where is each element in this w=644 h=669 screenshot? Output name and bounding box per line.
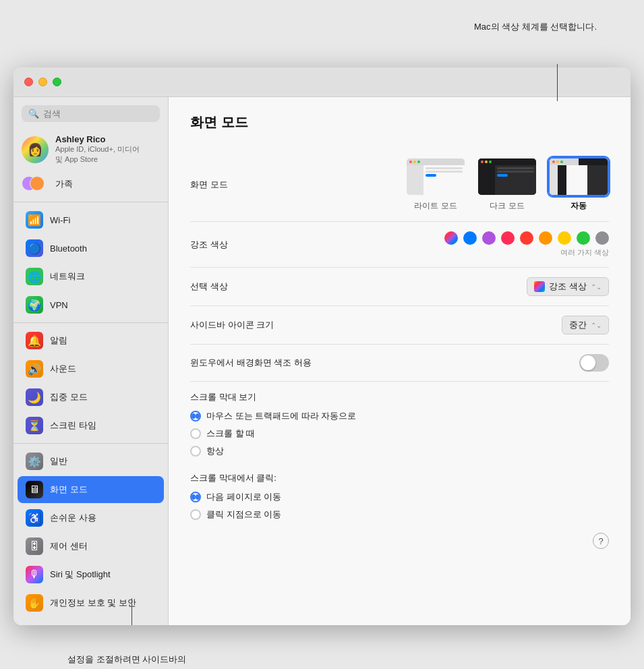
sidebar-item-bluetooth[interactable]: 🔵 Bluetooth <box>18 235 164 262</box>
accent-color-label: 강조 색상 <box>190 239 228 251</box>
chevron-down-icon-2: ⌃⌄ <box>591 322 602 329</box>
control-icon: 🎛 <box>26 537 43 555</box>
appearance-cards: 라이트 모드 <box>405 157 609 212</box>
auto-mode-label: 자동 <box>570 200 587 212</box>
settings-window: 🔍 👩 Ashley Rico Apple ID, iCloud+, 미디어및 … <box>13 67 631 625</box>
sidebar-label-bluetooth: Bluetooth <box>50 243 87 254</box>
light-mode-card <box>405 157 466 196</box>
sidebar-label-sound: 사운드 <box>50 363 76 375</box>
bluetooth-icon: 🔵 <box>26 239 43 257</box>
scrollbar-click-spot-option[interactable]: 클릭 지점으로 이동 <box>190 508 281 521</box>
user-sub: Apple ID, iCloud+, 미디어및 App Store <box>55 144 140 165</box>
annotation-bottom-line <box>131 598 132 625</box>
scrollbar-auto-option[interactable]: 마우스 또는 트랙패드에 따라 자동으로 <box>190 410 356 422</box>
search-bar[interactable]: 🔍 <box>22 105 160 122</box>
help-button[interactable]: ? <box>593 533 609 549</box>
fullscreen-button[interactable] <box>53 78 61 86</box>
accent-purple[interactable] <box>482 231 496 245</box>
sidebar-user[interactable]: 👩 Ashley Rico Apple ID, iCloud+, 미디어및 Ap… <box>13 129 168 170</box>
accent-yellow[interactable] <box>558 231 571 245</box>
auto-mode-card <box>548 157 609 196</box>
sidebar-item-screentime[interactable]: ⏳ 스크린 타임 <box>18 412 164 439</box>
scrollbar-click-spot-label: 클릭 지점으로 이동 <box>206 508 281 521</box>
sidebar-label-siri: Siri 및 Spotlight <box>50 569 111 581</box>
dark-mode-label: 다크 모드 <box>490 200 524 212</box>
sidebar-label-display: 화면 모드 <box>50 484 88 496</box>
scrollbar-always-option[interactable]: 항상 <box>190 445 224 457</box>
general-icon: ⚙️ <box>26 453 43 470</box>
minimize-button[interactable] <box>38 78 47 86</box>
selection-color-label: 선택 색상 <box>190 281 228 293</box>
traffic-lights <box>24 78 61 86</box>
wallpaper-tint-row: 윈도우에서 배경화면 색조 허용 <box>190 345 609 382</box>
scrollbar-always-radio[interactable] <box>190 446 201 457</box>
user-name: Ashley Rico <box>55 134 140 144</box>
sidebar-item-alarm[interactable]: 🔔 알림 <box>18 327 164 354</box>
color-dots <box>444 231 609 245</box>
scrollbar-scroll-option[interactable]: 스크롤 할 때 <box>190 428 255 440</box>
accent-graphite[interactable] <box>595 231 609 245</box>
sidebar-divider-1 <box>13 202 168 202</box>
alarm-icon: 🔔 <box>26 332 43 349</box>
sidebar-label-wifi: Wi-Fi <box>50 215 70 225</box>
screentime-icon: ⏳ <box>26 417 43 434</box>
sidebar-item-network[interactable]: 🌐 네트워크 <box>18 263 164 290</box>
sidebar-item-general[interactable]: ⚙️ 일반 <box>18 448 164 475</box>
selection-color-dropdown[interactable]: 강조 색상 ⌃⌄ <box>527 277 609 296</box>
sidebar-divider-2 <box>13 322 168 323</box>
sidebar-item-family[interactable]: 가족 <box>13 170 168 198</box>
vpn-icon: 🌍 <box>26 296 43 314</box>
sound-icon: 🔊 <box>26 360 43 378</box>
sidebar-label-accessibility: 손쉬운 사용 <box>50 512 96 524</box>
sidebar-icon-size-value: 중간 <box>569 319 587 331</box>
window-body: 🔍 👩 Ashley Rico Apple ID, iCloud+, 미디어및 … <box>13 97 631 625</box>
siri-icon: 🎙 <box>26 566 43 583</box>
family-avatar-2 <box>30 176 45 191</box>
close-button[interactable] <box>24 78 33 86</box>
sidebar-divider-3 <box>13 443 168 444</box>
scrollbar-next-page-radio[interactable] <box>190 492 201 502</box>
search-icon: 🔍 <box>28 109 39 119</box>
sidebar-item-display[interactable]: 🖥 화면 모드 <box>18 476 164 503</box>
appearance-option-auto[interactable]: 자동 <box>548 157 609 212</box>
sidebar-item-siri[interactable]: 🎙 Siri 및 Spotlight <box>18 561 164 588</box>
scrollbar-auto-radio[interactable] <box>190 411 201 421</box>
wallpaper-tint-toggle[interactable] <box>579 354 609 372</box>
accent-pink[interactable] <box>501 231 515 245</box>
scrollbar-click-title: 스크롤 막대에서 클릭: <box>190 472 609 484</box>
accent-color-row: 강조 색상 여러 가지 색상 <box>190 222 609 268</box>
scrollbar-click-spot-radio[interactable] <box>190 509 201 520</box>
sidebar-label-network: 네트워크 <box>50 270 85 283</box>
sidebar-item-control[interactable]: 🎛 제어 센터 <box>18 533 164 560</box>
scrollbar-scroll-radio[interactable] <box>190 428 201 439</box>
sidebar-item-sound[interactable]: 🔊 사운드 <box>18 355 164 382</box>
accent-green[interactable] <box>577 231 590 245</box>
accent-multicolor[interactable] <box>444 231 458 245</box>
privacy-icon: ✋ <box>26 594 43 612</box>
scrollbar-next-page-option[interactable]: 다음 페이지로 이동 <box>190 491 281 503</box>
accent-orange[interactable] <box>539 231 552 245</box>
selection-color-row: 선택 색상 강조 색상 ⌃⌄ <box>190 268 609 306</box>
dark-mode-card <box>477 157 537 196</box>
family-avatars <box>22 175 49 194</box>
scrollbar-scroll-label: 스크롤 할 때 <box>206 428 255 440</box>
light-mode-label: 라이트 모드 <box>414 200 457 212</box>
sidebar-icon-size-dropdown[interactable]: 중간 ⌃⌄ <box>562 316 609 334</box>
sidebar-item-privacy[interactable]: ✋ 개인정보 보호 및 보안 <box>18 589 164 616</box>
appearance-option-light[interactable]: 라이트 모드 <box>405 157 466 212</box>
sidebar-label-privacy: 개인정보 보호 및 보안 <box>50 597 136 609</box>
accent-blue[interactable] <box>463 231 477 245</box>
sidebar-item-focus[interactable]: 🌙 집중 모드 <box>18 384 164 411</box>
accent-red[interactable] <box>520 231 533 245</box>
appearance-option-dark[interactable]: 다크 모드 <box>477 157 537 212</box>
sidebar-item-accessibility[interactable]: ♿ 손쉬운 사용 <box>18 504 164 531</box>
display-icon: 🖥 <box>26 481 43 498</box>
title-bar <box>13 67 631 97</box>
search-input[interactable] <box>43 109 153 119</box>
sidebar-item-vpn[interactable]: 🌍 VPN <box>18 291 164 318</box>
user-info: Ashley Rico Apple ID, iCloud+, 미디어및 App … <box>55 134 140 165</box>
family-label: 가족 <box>55 178 73 190</box>
appearance-label: 화면 모드 <box>190 179 228 191</box>
selection-color-value: 강조 색상 <box>549 281 587 293</box>
sidebar-item-wifi[interactable]: 📶 Wi-Fi <box>18 206 164 233</box>
